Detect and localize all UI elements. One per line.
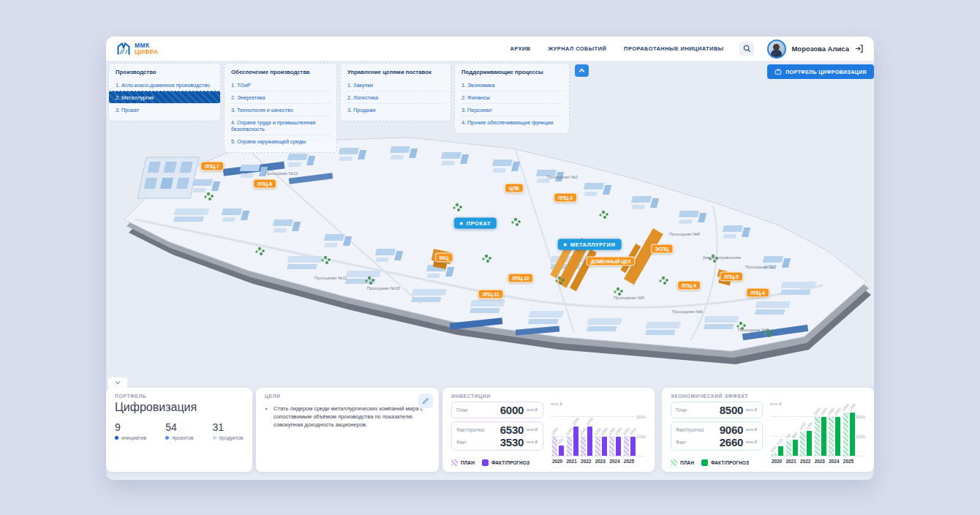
map-badge-lpc10[interactable]: ЛПЦ-10 (508, 274, 533, 283)
mmk-logo-icon (116, 42, 131, 56)
logout-icon[interactable] (854, 44, 864, 53)
map-badge-lpc5[interactable]: ЛПЦ-5 (720, 272, 743, 282)
map-badge-lpc8[interactable]: ЛПЦ-8 (253, 179, 276, 189)
menu-item-zakupki[interactable]: 1. Закупки (347, 79, 444, 91)
map-badge-lpc9[interactable]: ЛПЦ-9 (677, 281, 701, 290)
bar-group-2022: 1250 1300 (800, 407, 812, 456)
bar-group-2024: 1000 1000 (609, 407, 621, 456)
legend-fact-label: ФАКТ/ПРОГНОЗ (711, 460, 749, 465)
nav-event-journal[interactable]: ЖУРНАЛ СОБЫТИЙ (548, 45, 606, 52)
header: ММК ЦИФРА АРХИВ ЖУРНАЛ СОБЫТИЙ ПРОРАБОТА… (106, 37, 874, 61)
nav-archive[interactable]: АРХИВ (510, 45, 530, 52)
plan-value-box: План 8500 млн ₽ (671, 402, 763, 418)
logo-text-cifra: ЦИФРА (135, 49, 159, 56)
investments-card-label: ИНВЕСТИЦИИ (451, 394, 646, 399)
bar-group-2020: 100 510 (772, 407, 783, 456)
menu-title: Управление целями поставок (347, 69, 444, 75)
menu-panel-support-production: Обеспечение производства 1. ТОиР 2. Энер… (224, 63, 337, 153)
search-button[interactable] (739, 42, 754, 56)
forecast-label: Факт/прогноз (456, 427, 484, 432)
map-badge-lpc4[interactable]: ЛПЦ-4 (746, 288, 769, 298)
edit-goals-button[interactable] (418, 394, 433, 408)
menu-item-environment[interactable]: 5. Охрана окружающей среды (231, 135, 330, 147)
menu-item-prokat[interactable]: 3. Прокат (116, 103, 214, 116)
plan-label: План (456, 407, 467, 413)
stat-label: инициатив (121, 435, 146, 440)
stat-products: 31 продуктов (213, 421, 244, 440)
menu-item-tech-quality[interactable]: 3. Технология и качество (231, 103, 330, 116)
area-button-label: ПРОКАТ (467, 220, 491, 227)
menu-item-aglo-koks[interactable]: 1. Агло-коксо-доменное производство (116, 79, 214, 91)
mmk-logo[interactable]: ММК ЦИФРА (116, 42, 159, 56)
user-menu[interactable]: Морозова Алиса (767, 40, 864, 59)
menu-item-finansy[interactable]: 2. Финансы (461, 91, 562, 103)
map-gate-label: Проходная №2 (547, 175, 578, 179)
legend-fact-swatch (701, 459, 708, 466)
unit-label: млн ₽ (527, 440, 538, 444)
investments-card: ИНВЕСТИЦИИ План 6000 млн ₽ Факт/прогноз … (442, 388, 655, 472)
x-axis-years: 20202021 20222023 20242025 (770, 456, 865, 464)
investments-chart: млн ₽ 1000 2000 1000 530 1000 1500 (551, 402, 646, 466)
bar-group-2021: 750 850 (786, 407, 798, 456)
menu-item-other-functions[interactable]: 4. Прочие обеспечивающие функции (461, 116, 562, 128)
map-area-button-metallurgia[interactable]: МЕТАЛЛУРГИЯ (558, 239, 622, 250)
bar-group-2022: 1000 1500 (581, 407, 592, 456)
menu-item-energetika[interactable]: 2. Энергетика (231, 91, 330, 103)
effect-card-label: ЭКОНОМИЧЕСКИЙ ЭФФЕКТ (671, 394, 865, 399)
menu-title: Поддерживающие процессы (461, 69, 562, 75)
map-badge-domenny-ceh[interactable]: ДОМЕННЫЙ ЦЕХ (586, 257, 635, 266)
stat-value: 31 (213, 421, 244, 433)
menu-item-metallurgia[interactable]: 2. Металлургия (109, 91, 220, 103)
menu-item-personal[interactable]: 3. Персонал (461, 103, 562, 116)
forecast-value: 6530 (500, 424, 524, 436)
portfolio-card-label: ПОРТФЕЛЬ (115, 394, 244, 399)
fact-value: 3530 (500, 436, 524, 448)
menu-item-toir[interactable]: 1. ТОиР (231, 79, 330, 91)
map-badge-espc[interactable]: ЭСПЦ (651, 244, 674, 254)
menu-item-prodazhi[interactable]: 3. Продажи (347, 103, 444, 116)
unit-label: млн ₽ (746, 407, 758, 412)
map-gate-label: Проходная №12 (265, 171, 298, 176)
legend-plan-label: ПЛАН (680, 460, 694, 465)
menu-collapse-button[interactable] (575, 64, 589, 77)
map-gate-label: Проходная №18 (366, 286, 399, 290)
bar-group-2021: 1000 1500 (567, 407, 578, 456)
plan-value: 6000 (500, 404, 524, 416)
plan-value-box: План 6000 млн ₽ (451, 402, 543, 418)
legend-plan-swatch (671, 459, 677, 466)
map-badge-kkc[interactable]: ККЦ (435, 253, 453, 263)
goal-item: Стать лидером среди металлургических ком… (274, 405, 430, 429)
map-gate-label: Проходная №11 (314, 276, 347, 280)
cards-collapse-tab[interactable] (108, 377, 127, 388)
map-gate-label: Заводоуправление (703, 255, 742, 260)
map-gate-label: Проходная №6 (672, 309, 703, 314)
map-badge-lpc7[interactable]: ЛПЦ-7 (200, 162, 224, 171)
bar-group-2024: 2000 2000 (829, 407, 840, 456)
forecast-label: Факт/прогноз (676, 427, 704, 432)
bar-group-2020: 1000 530 (552, 407, 564, 456)
portfolio-card-title: Цифровизация (115, 401, 244, 414)
menu-panel-supply: Управление целями поставок 1. Закупки 2.… (340, 63, 451, 121)
briefcase-icon (774, 68, 782, 75)
map-badge-lpc3[interactable]: ЛПЦ-3 (554, 193, 577, 203)
menu-item-logistika[interactable]: 2. Логистика (347, 91, 444, 103)
chevron-up-icon (578, 67, 585, 74)
legend-fact-swatch (482, 459, 489, 466)
y-axis-label: млн ₽ (551, 402, 646, 406)
menu-item-safety[interactable]: 4. Охрана труда и промышленная безопасно… (231, 116, 330, 135)
stat-label: проектов (172, 435, 193, 440)
menu-item-ekonomika[interactable]: 1. Экономика (461, 79, 562, 91)
map-badge-lpc11[interactable]: ЛПЦ-11 (478, 290, 503, 299)
area-button-label: МЕТАЛЛУРГИЯ (570, 241, 616, 248)
map-area-button-prokat[interactable]: ПРОКАТ (454, 218, 497, 229)
menu-title: Производство (116, 69, 214, 75)
map-badge-cpv[interactable]: ЦПВ (505, 184, 524, 193)
goals-card: ЦЕЛИ Стать лидером среди металлургически… (256, 388, 439, 472)
portfolio-digitalization-button[interactable]: ПОРТФЕЛЬ ЦИФРОВИЗАЦИЯ (767, 64, 874, 79)
legend-fact-label: ФАКТ/ПРОГНОЗ (491, 460, 529, 465)
map-gate-label: Проходная №5 (614, 296, 644, 300)
dot-icon (460, 222, 463, 225)
fact-value-box: Факт/прогноз 6530 млн ₽ Факт 3530 млн ₽ (451, 421, 543, 451)
fact-value: 2660 (720, 436, 743, 448)
nav-processed-initiatives[interactable]: ПРОРАБОТАННЫЕ ИНИЦИАТИВЫ (624, 45, 723, 52)
